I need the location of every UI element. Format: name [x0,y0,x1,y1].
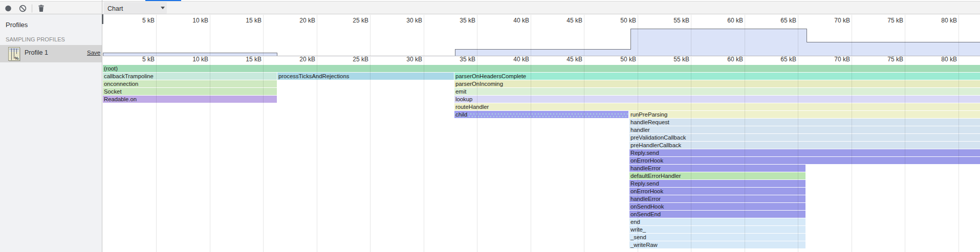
svg-text:%: % [15,56,19,61]
